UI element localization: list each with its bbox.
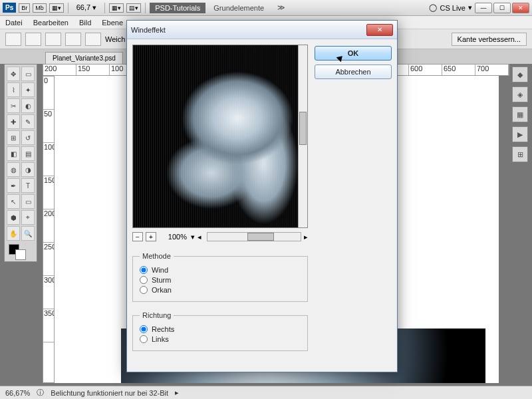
brush-tool[interactable]: ✎ [21, 114, 35, 129]
selection-mode-icon-4[interactable] [85, 33, 101, 46]
view-button-2[interactable]: ▤▾ [126, 3, 141, 13]
eraser-tool[interactable]: ◧ [7, 146, 20, 161]
method-orkan[interactable]: Orkan [140, 286, 301, 294]
zoom-tool[interactable]: 🔍 [21, 226, 35, 241]
status-zoom[interactable]: 66,67% [5, 389, 30, 397]
eyedropper-tool[interactable]: ◐ [21, 98, 35, 113]
cslive-icon[interactable]: ◯ [429, 3, 437, 12]
direction-legend: Richtung [140, 311, 174, 319]
status-message: Belichtung funktioniert nur bei 32-Bit [51, 389, 168, 397]
filter-preview[interactable] [132, 45, 308, 228]
wand-tool[interactable]: ✦ [21, 82, 35, 97]
ok-button[interactable]: OK [315, 46, 392, 61]
method-group: Methode Wind Sturm Orkan [132, 252, 308, 302]
tool-preset-icon[interactable] [5, 33, 21, 46]
minimize-button[interactable]: — [475, 3, 492, 13]
right-panels: ◆ ◈ ▦ ▶ ⊞ [512, 66, 529, 166]
workspace-tab-psd-tutorials[interactable]: PSD-Tutorials [150, 3, 205, 13]
dodge-tool[interactable]: ◑ [21, 162, 35, 177]
method-sturm[interactable]: Sturm [140, 276, 301, 284]
document-tab[interactable]: Planet_Variante3.psd [45, 52, 123, 64]
refine-edge-button[interactable]: Kante verbessern... [452, 33, 527, 46]
zoom-in-button[interactable]: + [146, 232, 156, 241]
direction-group: Richtung Rechts Links [132, 311, 308, 351]
dialog-close-button[interactable]: ✕ [366, 24, 393, 36]
selection-mode-icon-2[interactable] [45, 33, 61, 46]
lasso-tool[interactable]: ⌇ [7, 82, 20, 97]
panel-icon-5[interactable]: ⊞ [512, 146, 528, 162]
preview-scrollbar-v[interactable] [298, 45, 307, 227]
preview-scrollbar-h[interactable] [207, 232, 301, 241]
scroll-left-icon[interactable]: ◂ [198, 233, 201, 241]
cancel-button[interactable]: Abbrechen [315, 65, 392, 79]
color-swatches[interactable] [6, 244, 35, 260]
maximize-button[interactable]: ☐ [493, 3, 511, 13]
status-info-icon: ⓘ [37, 388, 44, 398]
bridge-button[interactable]: Br [19, 3, 30, 13]
zoom-dropdown-icon[interactable]: ▾ [191, 233, 195, 241]
panel-icon-2[interactable]: ◈ [512, 86, 528, 102]
selection-mode-icon[interactable] [25, 33, 41, 46]
blur-tool[interactable]: ◍ [7, 162, 20, 177]
marquee-tool[interactable]: ▭ [21, 66, 35, 81]
status-arrow-icon[interactable]: ▸ [175, 388, 179, 397]
app-header: Ps Br Mb ▦▾ 66,7 ▾ ▦▾ ▤▾ PSD-Tutorials G… [0, 0, 532, 16]
status-bar: 66,67% ⓘ Belichtung funktioniert nur bei… [0, 386, 532, 399]
zoom-level[interactable]: 66,7 ▾ [72, 3, 100, 12]
menu-bild[interactable]: Bild [79, 19, 91, 27]
zoom-out-button[interactable]: − [132, 232, 143, 241]
3d-tool[interactable]: ⬢ [7, 210, 20, 225]
minibridge-button[interactable]: Mb [33, 3, 47, 13]
hand-tool[interactable]: ✋ [7, 226, 20, 241]
wind-dialog: Windeffekt ✕ − + 100% ▾ ◂ ▸ Methode Wind… [126, 20, 398, 372]
toolbox: ✥▭ ⌇✦ ✂◐ ✚✎ ⊞↺ ◧▤ ◍◑ ✒T ↖▭ ⬢⌖ ✋🔍 [4, 64, 37, 262]
menu-bearbeiten[interactable]: Bearbeiten [33, 19, 68, 27]
layout-button[interactable]: ▦▾ [49, 3, 64, 13]
history-brush-tool[interactable]: ↺ [21, 130, 35, 145]
camera-tool[interactable]: ⌖ [21, 210, 35, 225]
preview-zoom-value: 100% [159, 233, 188, 241]
direction-rechts[interactable]: Rechts [140, 325, 301, 333]
shape-tool[interactable]: ▭ [21, 194, 35, 209]
panel-icon-1[interactable]: ◆ [512, 66, 528, 82]
method-wind[interactable]: Wind [140, 266, 301, 274]
dialog-titlebar[interactable]: Windeffekt ✕ [127, 21, 397, 39]
workspace-tab-grundelemente[interactable]: Grundelemente [208, 3, 269, 13]
gradient-tool[interactable]: ▤ [21, 146, 35, 161]
background-color[interactable] [15, 249, 26, 260]
dialog-title: Windeffekt [131, 26, 366, 34]
selection-mode-icon-3[interactable] [65, 33, 81, 46]
stamp-tool[interactable]: ⊞ [7, 130, 20, 145]
cslive-label[interactable]: CS Live [440, 4, 466, 12]
scroll-right-icon[interactable]: ▸ [304, 233, 308, 241]
workspace-more[interactable]: ≫ [272, 2, 291, 13]
menu-datei[interactable]: Datei [5, 19, 23, 27]
close-button[interactable]: ✕ [512, 3, 529, 13]
ruler-vertical: 050100150200250300350 [43, 76, 55, 383]
panel-icon-3[interactable]: ▦ [512, 106, 528, 122]
menu-ebene[interactable]: Ebene [102, 19, 123, 27]
direction-links[interactable]: Links [140, 335, 301, 343]
crop-tool[interactable]: ✂ [7, 98, 20, 113]
feather-label: Weich [105, 35, 125, 43]
panel-icon-4[interactable]: ▶ [512, 126, 528, 142]
pen-tool[interactable]: ✒ [7, 178, 20, 193]
cursor-icon [338, 55, 346, 65]
path-tool[interactable]: ↖ [7, 194, 20, 209]
type-tool[interactable]: T [21, 178, 35, 193]
heal-tool[interactable]: ✚ [7, 114, 20, 129]
photoshop-logo: Ps [3, 3, 16, 13]
method-legend: Methode [140, 252, 174, 260]
view-button-1[interactable]: ▦▾ [109, 3, 124, 13]
move-tool[interactable]: ✥ [7, 66, 20, 81]
